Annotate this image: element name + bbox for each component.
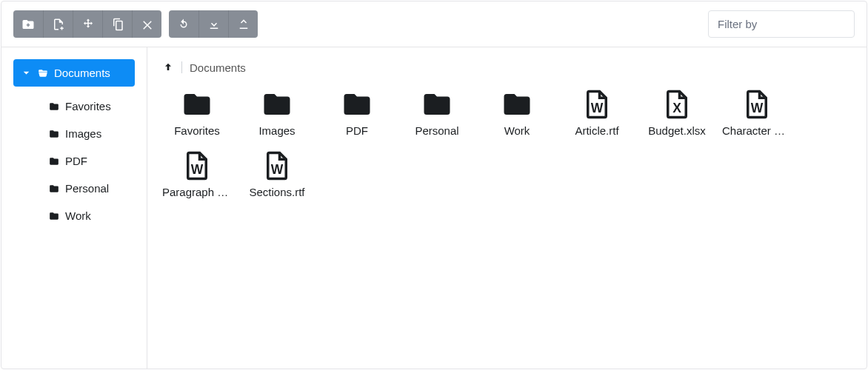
svg-text:W: W [751, 101, 764, 115]
svg-text:X: X [672, 101, 681, 115]
tree-item-label: PDF [65, 155, 87, 167]
tree-item[interactable]: PDF [13, 147, 135, 175]
folder-icon [181, 89, 213, 120]
item-label: Sections.rtf [249, 186, 304, 198]
breadcrumb-up-button[interactable] [162, 61, 182, 73]
tree-item[interactable]: Work [13, 202, 135, 229]
new-file-button[interactable] [43, 10, 73, 38]
folder-open-icon [37, 68, 49, 78]
file-item[interactable]: WParagraph Formatting.rtf [162, 150, 232, 198]
chevron-down-icon [21, 67, 32, 78]
breadcrumb-current: Documents [190, 61, 246, 74]
copy-icon [111, 18, 124, 31]
folder-icon [501, 89, 533, 120]
sidebar: Documents FavoritesImagesPDFPersonalWork [1, 47, 147, 369]
file-grid: FavoritesImagesPDFPersonalWorkWArticle.r… [162, 89, 852, 198]
file-item[interactable]: XBudget.xlsx [642, 89, 712, 137]
breadcrumb: Documents [162, 58, 852, 77]
item-label: Personal [415, 124, 458, 137]
toolbar-group-file [13, 10, 161, 38]
refresh-button[interactable] [169, 10, 198, 38]
tree-item[interactable]: Images [13, 120, 135, 147]
tree-children: FavoritesImagesPDFPersonalWork [13, 92, 135, 229]
toolbar-group-transfer [169, 10, 258, 38]
tree-item[interactable]: Personal [13, 175, 135, 202]
refresh-icon [177, 18, 190, 31]
svg-text:W: W [191, 162, 204, 177]
toolbar [1, 1, 867, 47]
upload-button[interactable] [228, 10, 258, 38]
svg-text:W: W [591, 101, 604, 115]
tree-item[interactable]: Favorites [13, 92, 135, 120]
folder-icon [48, 184, 60, 194]
svg-text:W: W [271, 162, 284, 177]
delete-button[interactable] [132, 10, 161, 38]
file-item[interactable]: WCharacter Formatting.rtf [722, 89, 792, 137]
item-label: Work [504, 124, 530, 137]
new-folder-button[interactable] [13, 10, 43, 38]
filter-input[interactable] [708, 10, 855, 38]
item-label: Images [258, 124, 295, 137]
document-icon: W [181, 150, 213, 181]
folder-icon [48, 101, 60, 112]
new-file-icon [52, 18, 65, 31]
tree-item-label: Work [65, 209, 91, 222]
folder-icon [48, 129, 60, 139]
move-button[interactable] [73, 10, 102, 38]
folder-icon [261, 89, 293, 120]
folder-item[interactable]: Personal [402, 89, 472, 137]
folder-icon [421, 89, 453, 120]
tree-item-label: Images [65, 127, 101, 140]
document-icon: W [741, 89, 772, 120]
item-label: PDF [346, 124, 368, 137]
upload-icon [237, 18, 250, 31]
document-icon: W [581, 89, 612, 120]
file-item[interactable]: WSections.rtf [242, 150, 312, 198]
item-label: Budget.xlsx [648, 124, 706, 137]
tree-root-documents[interactable]: Documents [13, 59, 135, 87]
main-panel: Documents FavoritesImagesPDFPersonalWork… [147, 47, 867, 369]
download-button[interactable] [198, 10, 228, 38]
document-icon: W [261, 150, 293, 181]
item-label: Favorites [174, 124, 220, 137]
move-icon [81, 18, 95, 31]
folder-icon [48, 211, 60, 221]
copy-button[interactable] [102, 10, 132, 38]
item-label: Article.rtf [575, 124, 618, 137]
tree-item-label: Personal [65, 182, 109, 195]
tree-root-label: Documents [54, 67, 110, 79]
folder-icon [341, 89, 373, 120]
download-icon [207, 18, 221, 31]
tree-item-label: Favorites [65, 100, 111, 112]
document-icon: X [661, 89, 692, 120]
file-item[interactable]: WArticle.rtf [562, 89, 632, 137]
new-folder-icon [21, 18, 35, 31]
folder-item[interactable]: PDF [322, 89, 392, 137]
folder-item[interactable]: Favorites [162, 89, 232, 137]
item-label: Paragraph Formatting.rtf [162, 186, 232, 198]
folder-item[interactable]: Work [482, 89, 552, 137]
item-label: Character Formatting.rtf [722, 124, 792, 137]
up-arrow-icon [162, 61, 174, 73]
delete-icon [141, 18, 154, 31]
folder-icon [48, 156, 60, 166]
folder-item[interactable]: Images [242, 89, 312, 137]
